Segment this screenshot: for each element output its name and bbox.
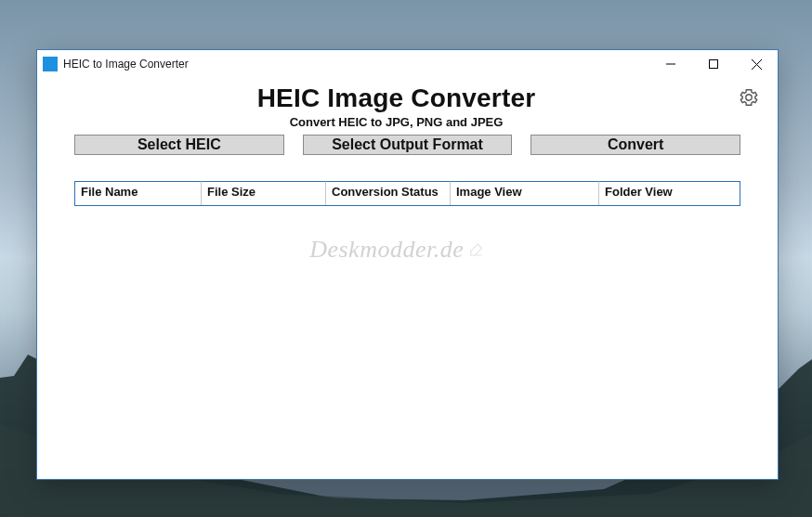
maximize-button[interactable] [692,50,735,78]
gear-icon [739,87,759,108]
col-file-size[interactable]: File Size [202,181,326,205]
page-subtitle: Convert HEIC to JPG, PNG and JPEG [54,115,739,129]
app-window: HEIC to Image Converter HEIC Image Conve… [36,49,779,480]
edit-icon [467,241,484,258]
maximize-icon [709,59,718,69]
file-table: File Name File Size Conversion Status Im… [74,181,740,206]
settings-button[interactable] [739,87,759,108]
select-output-format-button[interactable]: Select Output Format [303,135,513,155]
col-conversion-status[interactable]: Conversion Status [326,181,451,205]
app-icon [43,57,58,71]
page-title: HEIC Image Converter [54,84,739,113]
minimize-icon [666,59,675,69]
window-controls [649,50,778,78]
window-content: HEIC Image Converter Convert HEIC to JPG… [37,78,778,479]
close-icon [752,59,762,70]
window-title: HEIC to Image Converter [63,58,189,71]
col-folder-view[interactable]: Folder View [599,181,740,205]
convert-button[interactable]: Convert [530,135,740,155]
watermark-text: Deskmodder.de [309,236,464,264]
svg-rect-1 [710,60,718,69]
action-button-row: Select HEIC Select Output Format Convert [74,135,740,155]
col-file-name[interactable]: File Name [75,181,202,205]
minimize-button[interactable] [649,50,692,78]
select-heic-button[interactable]: Select HEIC [74,135,284,155]
titlebar[interactable]: HEIC to Image Converter [37,50,778,78]
close-button[interactable] [735,50,778,78]
table-header-row: File Name File Size Conversion Status Im… [75,181,740,205]
watermark: Deskmodder.de [309,236,484,264]
col-image-view[interactable]: Image View [451,181,599,205]
